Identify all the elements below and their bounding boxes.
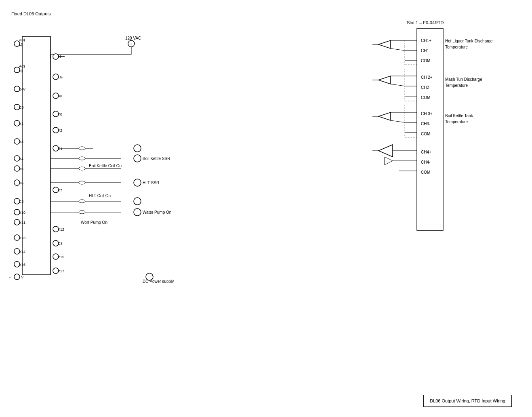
svg-text:CH 2+: CH 2+ bbox=[421, 75, 433, 80]
svg-text:Y5: Y5 bbox=[19, 167, 23, 171]
svg-text:COM: COM bbox=[421, 170, 430, 175]
svg-text:Boil Kettle SSR: Boil Kettle SSR bbox=[143, 156, 170, 161]
svg-marker-163 bbox=[385, 157, 393, 165]
svg-text:Y1: Y1 bbox=[19, 122, 23, 126]
svg-marker-117 bbox=[378, 40, 391, 48]
svg-text:COM: COM bbox=[421, 95, 430, 100]
svg-point-81 bbox=[134, 208, 141, 216]
svg-text:+V: +V bbox=[19, 275, 23, 279]
svg-text:Y13: Y13 bbox=[19, 236, 25, 240]
slot-label: Slot 1 – F0-04RTD bbox=[407, 20, 444, 25]
svg-text:C1: C1 bbox=[58, 147, 63, 151]
svg-text:CH3-: CH3- bbox=[421, 122, 430, 126]
svg-text:Y17: Y17 bbox=[58, 269, 64, 273]
svg-line-135 bbox=[391, 84, 405, 86]
right-diagram-svg: Slot 1 – F0-04RTD CH1+ CH1- COM Hot Liqu… bbox=[338, 16, 520, 267]
svg-text:C0: C0 bbox=[19, 105, 24, 110]
svg-text:CH4+: CH4+ bbox=[421, 150, 431, 154]
svg-point-46 bbox=[79, 157, 85, 160]
svg-text:Y16: Y16 bbox=[19, 263, 25, 267]
svg-text:Y14: Y14 bbox=[19, 250, 25, 254]
svg-text:COM: COM bbox=[421, 59, 430, 63]
svg-point-48 bbox=[134, 155, 141, 162]
svg-marker-162 bbox=[378, 145, 393, 157]
svg-text:CH1+: CH1+ bbox=[421, 38, 431, 43]
svg-point-63 bbox=[134, 179, 141, 186]
svg-line-151 bbox=[391, 120, 405, 122]
svg-text:C2: C2 bbox=[19, 200, 24, 204]
svg-text:Y10: Y10 bbox=[19, 211, 25, 215]
svg-text:DC Power supply: DC Power supply bbox=[143, 279, 174, 283]
svg-point-79 bbox=[79, 211, 85, 214]
svg-text:N): N) bbox=[19, 69, 23, 73]
svg-point-41 bbox=[134, 145, 141, 152]
svg-text:LG: LG bbox=[58, 75, 63, 79]
svg-text:COM: COM bbox=[421, 132, 430, 136]
svg-text:24V: 24V bbox=[19, 87, 25, 91]
svg-text:~: ~ bbox=[130, 42, 132, 46]
svg-marker-133 bbox=[378, 76, 391, 84]
svg-text:AC(: AC( bbox=[19, 64, 25, 68]
svg-text:HLT Coil On: HLT Coil On bbox=[89, 194, 111, 198]
svg-text:Temperature: Temperature bbox=[445, 45, 468, 49]
svg-text:+: + bbox=[151, 274, 154, 278]
svg-text:Y7: Y7 bbox=[58, 188, 62, 192]
svg-text:0V: 0V bbox=[58, 94, 62, 98]
title-box: DL06 Output Wiring, RTD Input Wiring bbox=[423, 395, 512, 407]
svg-text:Boil Kettle Coil On: Boil Kettle Coil On bbox=[89, 164, 122, 168]
svg-text:Y12: Y12 bbox=[58, 227, 64, 232]
svg-text:Y15: Y15 bbox=[58, 255, 64, 259]
svg-text:C3: C3 bbox=[58, 242, 63, 246]
svg-line-119 bbox=[391, 48, 405, 51]
svg-text:HLT SSR: HLT SSR bbox=[143, 181, 159, 185]
svg-text:CH1-: CH1- bbox=[421, 48, 430, 53]
svg-text:CH 3+: CH 3+ bbox=[421, 112, 433, 116]
svg-point-61 bbox=[79, 181, 85, 184]
svg-text:Y4: Y4 bbox=[19, 157, 23, 161]
svg-text:Temperature: Temperature bbox=[445, 83, 468, 88]
svg-text:G: G bbox=[58, 55, 61, 59]
page-title: Fixed DL06 Outputs bbox=[11, 11, 51, 16]
svg-text:Temperature: Temperature bbox=[445, 120, 468, 124]
svg-text:Wort Pump On: Wort Pump On bbox=[81, 220, 107, 225]
svg-text:AC(: AC( bbox=[19, 38, 25, 42]
svg-text:Y11: Y11 bbox=[19, 221, 25, 225]
svg-point-74 bbox=[134, 198, 141, 205]
svg-text:Water Pump On: Water Pump On bbox=[143, 210, 171, 215]
svg-text:Boil Kettle Tank: Boil Kettle Tank bbox=[445, 114, 473, 118]
svg-text:Hot Liquor Tank Discharge: Hot Liquor Tank Discharge bbox=[445, 39, 493, 43]
svg-text:+: + bbox=[9, 276, 11, 279]
svg-point-39 bbox=[79, 147, 85, 150]
svg-text:120 VAC: 120 VAC bbox=[125, 36, 141, 40]
left-diagram-svg: 120 VAC ~ AC( L) G AC( N) LG 24V 0V C0 Y… bbox=[8, 16, 182, 283]
svg-point-72 bbox=[79, 200, 85, 203]
svg-text:Y2: Y2 bbox=[58, 128, 62, 133]
svg-point-54 bbox=[79, 167, 85, 170]
svg-text:L): L) bbox=[19, 42, 22, 46]
svg-rect-0 bbox=[22, 36, 50, 275]
svg-text:CH2-: CH2- bbox=[421, 85, 430, 90]
svg-text:Y6: Y6 bbox=[19, 181, 23, 185]
svg-text:Mash Tun Discharge: Mash Tun Discharge bbox=[445, 77, 482, 82]
svg-marker-149 bbox=[378, 112, 391, 120]
svg-text:Y3: Y3 bbox=[19, 140, 23, 144]
svg-text:CH4-: CH4- bbox=[421, 160, 430, 164]
svg-text:Y0: Y0 bbox=[58, 112, 62, 116]
